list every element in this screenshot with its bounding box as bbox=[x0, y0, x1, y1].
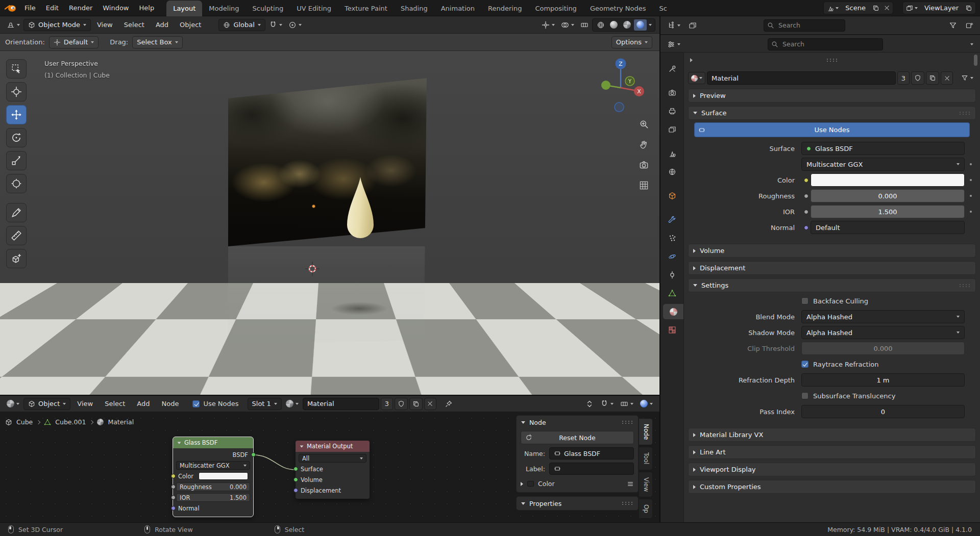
blend-mode-dropdown[interactable]: Alpha Hashed bbox=[801, 310, 965, 323]
ior-input-socket[interactable] bbox=[171, 495, 176, 500]
mode-dropdown[interactable]: Object Mode bbox=[23, 19, 91, 31]
teardrop-object[interactable] bbox=[345, 176, 376, 244]
animate-dot-icon[interactable] bbox=[970, 195, 972, 197]
animate-dot-icon[interactable] bbox=[970, 179, 972, 181]
blender-logo-icon[interactable] bbox=[3, 3, 18, 14]
roughness-slider[interactable]: 0.000 bbox=[811, 189, 965, 202]
panel-drag-handle[interactable] bbox=[621, 501, 633, 505]
tab-world[interactable] bbox=[660, 164, 683, 180]
tab-physics[interactable] bbox=[660, 249, 683, 264]
shading-solid-button[interactable] bbox=[607, 19, 620, 31]
shader-menu-view[interactable]: View bbox=[72, 397, 98, 411]
workspace-tab-modeling[interactable]: Modeling bbox=[202, 1, 246, 16]
options-dropdown[interactable]: Options bbox=[611, 36, 652, 48]
menu-edit[interactable]: Edit bbox=[41, 2, 64, 15]
gizmo-z-neg-axis[interactable] bbox=[615, 103, 624, 112]
clip-threshold-slider[interactable]: 0.000 bbox=[801, 342, 965, 355]
shader-node-canvas[interactable]: Cube Cube.001 Material Glass BSDF bbox=[0, 412, 659, 523]
camera-view-button[interactable] bbox=[636, 157, 651, 172]
scrollbar-thumb[interactable] bbox=[974, 55, 977, 66]
pass-index-field[interactable]: 0 bbox=[801, 405, 965, 418]
tab-constraints[interactable] bbox=[660, 267, 683, 283]
pin-button[interactable] bbox=[442, 397, 455, 411]
outliner-display-mode-button[interactable] bbox=[686, 19, 699, 32]
breadcrumb-mesh[interactable]: Cube.001 bbox=[55, 418, 86, 426]
slot-dropdown[interactable]: Slot 1 bbox=[248, 398, 282, 410]
sidebar-tab-view[interactable]: View bbox=[639, 472, 653, 497]
menu-help[interactable]: Help bbox=[134, 2, 160, 15]
tool-rotate[interactable] bbox=[6, 128, 27, 147]
tab-object-data[interactable] bbox=[660, 286, 683, 301]
scene-unlink-button[interactable] bbox=[883, 5, 891, 11]
unlink-material-button[interactable] bbox=[424, 398, 436, 410]
editor-type-shader-button[interactable] bbox=[4, 397, 22, 411]
pan-hand-button[interactable] bbox=[636, 137, 651, 152]
panel-drag-handle[interactable] bbox=[621, 420, 633, 424]
shader-menu-select[interactable]: Select bbox=[100, 397, 130, 411]
transform-orientation-dropdown[interactable]: Global bbox=[218, 19, 265, 31]
node-panel-header[interactable]: Node bbox=[517, 416, 638, 429]
workspace-tab-texture-paint[interactable]: Texture Paint bbox=[338, 1, 394, 16]
node-overlap-button[interactable] bbox=[618, 397, 636, 411]
object-origin-dot[interactable] bbox=[312, 205, 315, 208]
tool-move[interactable] bbox=[6, 105, 27, 124]
workspace-tab-compositing[interactable]: Compositing bbox=[528, 1, 583, 16]
node-name-field[interactable]: Glass BSDF bbox=[549, 447, 634, 460]
properties-search-input[interactable] bbox=[768, 38, 883, 50]
node-navigate-button[interactable] bbox=[583, 397, 596, 411]
editor-type-outliner-button[interactable] bbox=[665, 19, 683, 32]
color-input-socket[interactable] bbox=[171, 474, 176, 478]
scene-new-button[interactable] bbox=[871, 5, 880, 12]
expand-icon[interactable] bbox=[690, 58, 693, 62]
material-name-field[interactable]: Material bbox=[707, 71, 896, 85]
glass-bsdf-node-header[interactable]: Glass BSDF bbox=[173, 437, 253, 448]
tool-measure[interactable] bbox=[6, 226, 27, 245]
surface-shader-field[interactable]: Glass BSDF bbox=[801, 142, 965, 155]
material-users-button[interactable]: 3 bbox=[897, 71, 910, 85]
workspace-tab-uv-editing[interactable]: UV Editing bbox=[290, 1, 338, 16]
editor-type-properties-button[interactable] bbox=[665, 38, 683, 51]
tool-cursor[interactable] bbox=[6, 82, 27, 101]
workspace-tab-shading[interactable]: Shading bbox=[394, 1, 434, 16]
viewlayer-name[interactable]: ViewLayer bbox=[921, 4, 962, 12]
material-output-node[interactable]: Material Output All Surface bbox=[296, 441, 370, 499]
orientation-setting-dropdown[interactable]: Default bbox=[49, 36, 99, 48]
fake-user-button[interactable] bbox=[395, 398, 408, 410]
panel-displacement[interactable]: Displacement bbox=[688, 261, 976, 275]
color-swatch[interactable] bbox=[811, 173, 965, 187]
material-specials-button[interactable] bbox=[959, 71, 976, 85]
fake-user-button[interactable] bbox=[911, 71, 924, 85]
distribution-dropdown[interactable]: Multiscatter GGX bbox=[176, 461, 250, 470]
collapse-icon[interactable] bbox=[178, 442, 181, 444]
normal-field[interactable]: Default bbox=[811, 221, 965, 234]
material-name-field[interactable]: Material bbox=[303, 398, 379, 410]
sidebar-tab-tool[interactable]: Tool bbox=[639, 447, 653, 470]
scene-browse-button[interactable] bbox=[826, 5, 840, 12]
tab-tool[interactable] bbox=[660, 61, 683, 76]
color-swatch[interactable] bbox=[199, 472, 248, 480]
panel-line-art[interactable]: Line Art bbox=[688, 445, 976, 459]
xray-toggle-button[interactable] bbox=[578, 18, 591, 32]
shading-material-button[interactable] bbox=[621, 19, 633, 31]
unlink-material-button[interactable] bbox=[941, 71, 953, 85]
viewlayer-new-button[interactable] bbox=[964, 5, 973, 12]
ior-slider[interactable]: IOR 1.500 bbox=[176, 493, 250, 502]
viewlayer-browse-button[interactable] bbox=[905, 5, 919, 12]
tool-add-cube[interactable] bbox=[6, 249, 27, 268]
material-users-button[interactable]: 3 bbox=[381, 398, 393, 410]
panel-drag-handle[interactable] bbox=[959, 284, 971, 288]
snapping-button[interactable] bbox=[266, 18, 285, 32]
material-browse-button[interactable] bbox=[283, 397, 301, 411]
panel-drag-handle[interactable] bbox=[959, 111, 971, 115]
shading-rendered-button[interactable] bbox=[634, 19, 647, 31]
use-nodes-button[interactable]: Use Nodes bbox=[694, 122, 970, 137]
shading-wireframe-button[interactable] bbox=[594, 19, 607, 31]
refraction-depth-field[interactable]: 1 m bbox=[801, 373, 965, 387]
workspace-tab-cut-off[interactable]: Sc bbox=[653, 1, 674, 16]
tool-select-box[interactable] bbox=[6, 59, 27, 79]
collapse-icon[interactable] bbox=[300, 445, 304, 447]
menu-render[interactable]: Render bbox=[64, 2, 97, 15]
normal-input-socket[interactable] bbox=[171, 506, 176, 511]
outliner-filter-button[interactable] bbox=[946, 19, 960, 32]
glass-bsdf-node[interactable]: Glass BSDF BSDF Multiscatter GGX bbox=[173, 437, 253, 517]
